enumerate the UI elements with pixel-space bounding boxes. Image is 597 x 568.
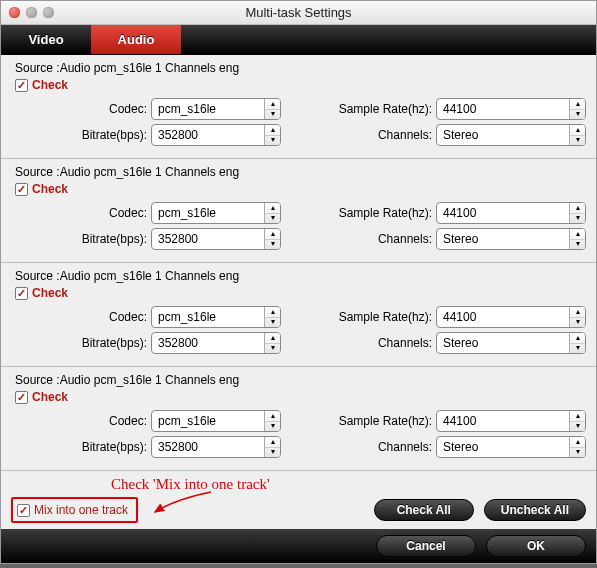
source-line: Source :Audio pcm_s16le 1 Channels eng xyxy=(11,61,586,75)
tab-video[interactable]: Video xyxy=(1,25,91,54)
stepper-icon[interactable]: ▴▾ xyxy=(264,229,280,249)
bitrate-combo[interactable]: 352800▴▾ xyxy=(151,124,281,146)
mix-into-one-track-checkbox[interactable]: ✓ xyxy=(17,504,30,517)
track-check-label: Check xyxy=(32,78,68,92)
bitrate-combo[interactable]: 352800▴▾ xyxy=(151,436,281,458)
uncheck-all-button[interactable]: Uncheck All xyxy=(484,499,586,521)
sample-rate-combo[interactable]: 44100▴▾ xyxy=(436,410,586,432)
track-check-label: Check xyxy=(32,390,68,404)
channels-combo-value: Stereo xyxy=(437,229,569,249)
channels-combo[interactable]: Stereo▴▾ xyxy=(436,332,586,354)
sample-rate-combo-value: 44100 xyxy=(437,411,569,431)
codec-combo-value: pcm_s16le xyxy=(152,203,264,223)
sample-rate-combo[interactable]: 44100▴▾ xyxy=(436,98,586,120)
codec-combo-value: pcm_s16le xyxy=(152,307,264,327)
sample-rate-combo[interactable]: 44100▴▾ xyxy=(436,202,586,224)
codec-combo[interactable]: pcm_s16le▴▾ xyxy=(151,410,281,432)
track-check-checkbox[interactable]: ✓ xyxy=(15,79,28,92)
stepper-icon[interactable]: ▴▾ xyxy=(569,333,585,353)
sample-rate-combo-value: 44100 xyxy=(437,203,569,223)
close-icon[interactable] xyxy=(9,7,20,18)
main-content: Source :Audio pcm_s16le 1 Channels eng✓C… xyxy=(1,55,596,529)
window-title: Multi-task Settings xyxy=(1,5,596,20)
source-line: Source :Audio pcm_s16le 1 Channels eng xyxy=(11,373,586,387)
bitrate-combo-value: 352800 xyxy=(152,125,264,145)
stepper-icon[interactable]: ▴▾ xyxy=(569,203,585,223)
stepper-icon[interactable]: ▴▾ xyxy=(569,411,585,431)
channels-combo-value: Stereo xyxy=(437,437,569,457)
channels-combo[interactable]: Stereo▴▾ xyxy=(436,436,586,458)
stepper-icon[interactable]: ▴▾ xyxy=(569,307,585,327)
track-section: Source :Audio pcm_s16le 1 Channels eng✓C… xyxy=(1,263,596,367)
sample-rate-label: Sample Rate(hz): xyxy=(304,310,432,324)
cancel-button[interactable]: Cancel xyxy=(376,535,476,557)
sample-rate-combo-value: 44100 xyxy=(437,99,569,119)
track-check-checkbox[interactable]: ✓ xyxy=(15,287,28,300)
codec-combo-value: pcm_s16le xyxy=(152,99,264,119)
check-all-button[interactable]: Check All xyxy=(374,499,474,521)
bitrate-label: Bitrate(bps): xyxy=(49,336,147,350)
bitrate-combo-value: 352800 xyxy=(152,437,264,457)
sample-rate-combo[interactable]: 44100▴▾ xyxy=(436,306,586,328)
tab-audio[interactable]: Audio xyxy=(91,25,181,54)
codec-combo[interactable]: pcm_s16le▴▾ xyxy=(151,306,281,328)
window: Multi-task Settings Video Audio Source :… xyxy=(0,0,597,564)
source-line: Source :Audio pcm_s16le 1 Channels eng xyxy=(11,165,586,179)
stepper-icon[interactable]: ▴▾ xyxy=(569,99,585,119)
source-line: Source :Audio pcm_s16le 1 Channels eng xyxy=(11,269,586,283)
mix-into-one-track-highlight: ✓ Mix into one track xyxy=(11,497,138,523)
sample-rate-label: Sample Rate(hz): xyxy=(304,102,432,116)
bitrate-label: Bitrate(bps): xyxy=(49,232,147,246)
stepper-icon[interactable]: ▴▾ xyxy=(569,437,585,457)
channels-label: Channels: xyxy=(304,440,432,454)
mix-into-one-track-label: Mix into one track xyxy=(34,503,128,517)
sample-rate-label: Sample Rate(hz): xyxy=(304,206,432,220)
footer-lower: Cancel OK xyxy=(1,529,596,563)
channels-label: Channels: xyxy=(304,336,432,350)
stepper-icon[interactable]: ▴▾ xyxy=(264,99,280,119)
ok-button[interactable]: OK xyxy=(486,535,586,557)
codec-label: Codec: xyxy=(49,206,147,220)
channels-combo-value: Stereo xyxy=(437,125,569,145)
stepper-icon[interactable]: ▴▾ xyxy=(264,437,280,457)
sample-rate-combo-value: 44100 xyxy=(437,307,569,327)
stepper-icon[interactable]: ▴▾ xyxy=(264,125,280,145)
track-section: Source :Audio pcm_s16le 1 Channels eng✓C… xyxy=(1,55,596,159)
stepper-icon[interactable]: ▴▾ xyxy=(264,333,280,353)
channels-label: Channels: xyxy=(304,128,432,142)
tab-bar: Video Audio xyxy=(1,25,596,55)
maximize-icon xyxy=(43,7,54,18)
track-check-checkbox[interactable]: ✓ xyxy=(15,391,28,404)
codec-label: Codec: xyxy=(49,102,147,116)
stepper-icon[interactable]: ▴▾ xyxy=(264,203,280,223)
codec-label: Codec: xyxy=(49,414,147,428)
bitrate-combo[interactable]: 352800▴▾ xyxy=(151,332,281,354)
codec-combo[interactable]: pcm_s16le▴▾ xyxy=(151,98,281,120)
window-controls xyxy=(1,7,54,18)
footer-upper: Check 'Mix into one track' ✓ Mix into on… xyxy=(1,471,596,529)
channels-combo-value: Stereo xyxy=(437,333,569,353)
track-check-label: Check xyxy=(32,182,68,196)
stepper-icon[interactable]: ▴▾ xyxy=(264,411,280,431)
minimize-icon xyxy=(26,7,37,18)
channels-label: Channels: xyxy=(304,232,432,246)
channels-combo[interactable]: Stereo▴▾ xyxy=(436,124,586,146)
bitrate-combo-value: 352800 xyxy=(152,229,264,249)
sample-rate-label: Sample Rate(hz): xyxy=(304,414,432,428)
track-section: Source :Audio pcm_s16le 1 Channels eng✓C… xyxy=(1,159,596,263)
bitrate-label: Bitrate(bps): xyxy=(49,440,147,454)
stepper-icon[interactable]: ▴▾ xyxy=(264,307,280,327)
titlebar: Multi-task Settings xyxy=(1,1,596,25)
track-section: Source :Audio pcm_s16le 1 Channels eng✓C… xyxy=(1,367,596,471)
codec-label: Codec: xyxy=(49,310,147,324)
bitrate-label: Bitrate(bps): xyxy=(49,128,147,142)
codec-combo[interactable]: pcm_s16le▴▾ xyxy=(151,202,281,224)
track-check-checkbox[interactable]: ✓ xyxy=(15,183,28,196)
bitrate-combo[interactable]: 352800▴▾ xyxy=(151,228,281,250)
stepper-icon[interactable]: ▴▾ xyxy=(569,125,585,145)
codec-combo-value: pcm_s16le xyxy=(152,411,264,431)
stepper-icon[interactable]: ▴▾ xyxy=(569,229,585,249)
track-check-label: Check xyxy=(32,286,68,300)
bitrate-combo-value: 352800 xyxy=(152,333,264,353)
channels-combo[interactable]: Stereo▴▾ xyxy=(436,228,586,250)
